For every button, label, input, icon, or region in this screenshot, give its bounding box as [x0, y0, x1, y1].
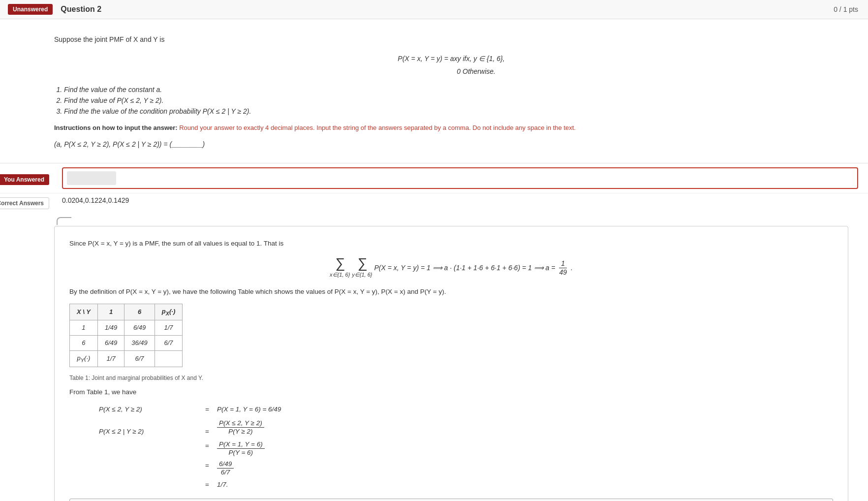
- step5: = 1/7.: [99, 479, 833, 491]
- you-answered-row: You Answered: [0, 163, 868, 193]
- step2: P(X ≤ 2 | Y ≥ 2) = P(X ≤ 2, Y ≥ 2) P(Y ≥…: [99, 419, 833, 438]
- table-header-1: 1: [97, 304, 124, 320]
- step5-val: 1/7.: [217, 479, 228, 491]
- probability-table: X \ Y 1 6 pX(·) 1 1/49 6/49 1/7 6: [69, 304, 183, 367]
- unanswered-badge: Unanswered: [8, 4, 53, 15]
- summation-eq: ∑ x∈{1, 6} ∑ y∈{1, 6} P(X = x, Y = y) = …: [69, 256, 833, 280]
- answer-input-col: [62, 167, 858, 189]
- problem-intro: Suppose the joint PMF of X and Y is: [54, 34, 848, 45]
- answer-input-inner: [67, 171, 116, 185]
- answer-prompt: (a, P(X ≤ 2, Y ≥ 2), P(X ≤ 2 | Y ≥ 2)) =…: [54, 140, 848, 148]
- final-solution: The solution is 1. (a, P(X ≤ 2, Y ≥ 2), …: [69, 499, 833, 501]
- instructions-text: Round your answer to exactly 4 decimal p…: [179, 124, 576, 131]
- pmf-line1: P(X = x, Y = y) = axy ifx, y ∈ {1, 6},: [398, 53, 504, 65]
- step2-fraction: P(X ≤ 2, Y ≥ 2) P(Y ≥ 2): [217, 419, 264, 436]
- question-title: Question 2: [61, 5, 101, 14]
- points-label: 0 / 1 pts: [834, 5, 858, 13]
- table-caption: Table 1: Joint and marginal probabilitie…: [69, 373, 833, 383]
- table-row: 6 6/49 36/49 6/7: [70, 335, 183, 350]
- step1: P(X ≤ 2, Y ≥ 2) = P(X = 1, Y = 6) = 6/49: [99, 404, 833, 415]
- table-header-px: pX(·): [155, 304, 182, 320]
- table-header-xy: X \ Y: [70, 304, 98, 320]
- from-table-text: From Table 1, we have: [69, 387, 833, 398]
- part-1: Find the value of the constant a.: [64, 86, 848, 94]
- solution-wrapper: Since P(X = x, Y = y) is a PMF, the sum …: [0, 212, 868, 501]
- sigma1: ∑ x∈{1, 6}: [330, 256, 350, 280]
- main-content: Suppose the joint PMF of X and Y is P(X …: [0, 19, 868, 163]
- solution-curve: [57, 217, 71, 225]
- pmf-line2: 0 Otherwise.: [398, 65, 504, 78]
- part-2: Find the value of P(X ≤ 2, Y ≥ 2).: [64, 96, 848, 104]
- table-row: pY(·) 1/7 6/7: [70, 351, 183, 367]
- sigma2: ∑ y∈{1, 6}: [352, 256, 372, 280]
- step1-lhs: P(X ≤ 2, Y ≥ 2): [99, 404, 197, 415]
- correct-answers-value-col: 0.0204,0.1224,0.1429: [54, 196, 868, 209]
- part-3: Find the the value of the condition prob…: [64, 107, 848, 115]
- solution-steps: P(X ≤ 2, Y ≥ 2) = P(X = 1, Y = 6) = 6/49…: [99, 404, 833, 491]
- step4: = 6/49 6/7: [99, 460, 833, 476]
- you-answered-label-col: You Answered: [0, 167, 54, 189]
- correct-answers-row: Correct Answers 0.0204,0.1224,0.1429: [0, 193, 868, 212]
- you-answered-badge: You Answered: [0, 174, 49, 185]
- instructions: Instructions on how to input the answer:…: [54, 123, 848, 133]
- instructions-label: Instructions on how to input the answer:: [54, 124, 178, 131]
- solution-box: Since P(X = x, Y = y) is a PMF, the sum …: [54, 226, 848, 501]
- correct-answers-badge: Correct Answers: [0, 197, 49, 209]
- step4-fraction: 6/49 6/7: [217, 460, 234, 476]
- correct-answers-value: 0.0204,0.1224,0.1429: [62, 194, 129, 204]
- table-header-row: X \ Y 1 6 pX(·): [70, 304, 183, 320]
- table-intro: By the definition of P(X = x, Y = y), we…: [69, 286, 833, 298]
- parts-list: Find the value of the constant a. Find t…: [54, 86, 848, 115]
- step1-rhs: P(X = 1, Y = 6) = 6/49: [217, 404, 281, 415]
- pmf-display: P(X = x, Y = y) = axy ifx, y ∈ {1, 6}, 0…: [54, 53, 848, 77]
- correct-answers-label-col: Correct Answers: [0, 196, 54, 209]
- answer-input-box[interactable]: [62, 167, 858, 189]
- step2-lhs: P(X ≤ 2 | Y ≥ 2): [99, 419, 197, 438]
- table-row: 1 1/49 6/49 1/7: [70, 320, 183, 335]
- table-header-6: 6: [124, 304, 155, 320]
- step3-fraction: P(X = 1, Y = 6) P(Y = 6): [217, 440, 265, 457]
- a-fraction: 1 49: [557, 259, 569, 277]
- question-header: Unanswered Question 2 0 / 1 pts: [0, 0, 868, 19]
- step3: = P(X = 1, Y = 6) P(Y = 6): [99, 440, 833, 457]
- solution-intro: Since P(X = x, Y = y) is a PMF, the sum …: [69, 238, 833, 250]
